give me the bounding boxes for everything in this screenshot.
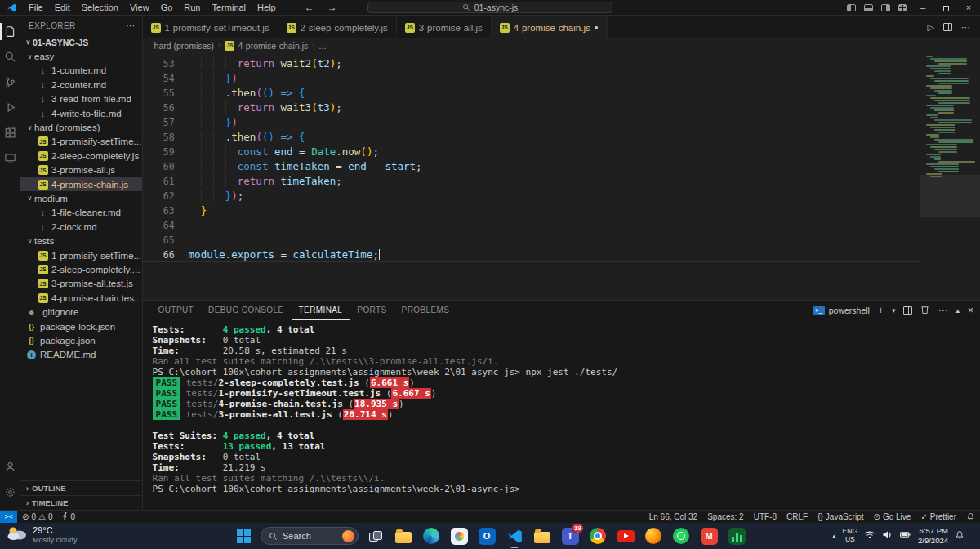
explorer-more-actions-icon[interactable]: ⋯ — [126, 20, 135, 31]
line-number[interactable]: 60 — [143, 159, 189, 174]
panel-tab-problems[interactable]: PROBLEMS — [394, 301, 457, 320]
ports-indicator[interactable]: 0 — [57, 512, 80, 522]
menu-go[interactable]: Go — [155, 0, 179, 15]
line-number[interactable]: 57 — [143, 115, 189, 130]
menu-file[interactable]: File — [23, 0, 49, 15]
code-line-55[interactable]: 55 .then(() => { — [143, 86, 980, 100]
kill-terminal-icon[interactable] — [920, 305, 929, 317]
edge-icon[interactable] — [421, 525, 442, 547]
line-number[interactable]: 64 — [143, 218, 189, 233]
panel-tab-terminal[interactable]: TERMINAL — [292, 301, 350, 320]
youtube-icon[interactable] — [615, 525, 636, 547]
file-1-promisify-settime[interactable]: JS1-promisify-setTime... — [20, 135, 142, 149]
terminal-output[interactable]: Tests: 4 passed, 4 totalSnapshots: 0 tot… — [143, 320, 980, 510]
customize-layout-icon[interactable] — [898, 4, 907, 11]
code-line-58[interactable]: 58 .then(() => { — [143, 130, 980, 145]
file-readme-md[interactable]: iREADME.md — [20, 348, 142, 362]
tab-2-sleep-completely-js[interactable]: JS2-sleep-completely.js — [278, 16, 397, 38]
file-3-read-from-file-md[interactable]: ↓3-read-from-file.md — [20, 92, 142, 106]
file-2-sleep-completely[interactable]: JS2-sleep-completely.... — [20, 262, 142, 276]
file-2-clock-md[interactable]: ↓2-clock.md — [20, 220, 142, 234]
panel-tab-ports[interactable]: PORTS — [350, 301, 394, 320]
run-file-icon[interactable]: ▷ — [928, 22, 934, 33]
section-outline[interactable]: ›OUTLINE — [20, 480, 142, 495]
shell-name[interactable]: powershell — [829, 306, 870, 315]
code-line-56[interactable]: 56 return wait3(t3); — [143, 100, 980, 115]
account-icon[interactable] — [0, 454, 20, 480]
line-number[interactable]: 65 — [143, 233, 189, 248]
tab-4-promise-chain-js[interactable]: JS4-promise-chain.js● — [492, 16, 608, 38]
line-number[interactable]: 61 — [143, 174, 189, 189]
split-terminal-icon[interactable] — [903, 306, 912, 315]
file-2-sleep-completely-js[interactable]: JS2-sleep-completely.js — [20, 149, 142, 163]
code-line-61[interactable]: 61 return timeTaken; — [143, 174, 980, 189]
clock[interactable]: 6:57 PM2/9/2024 — [918, 526, 948, 546]
line-number[interactable]: 59 — [143, 145, 189, 159]
run-debug-icon[interactable] — [0, 95, 20, 120]
teams-icon[interactable]: T19 — [559, 525, 581, 547]
vscode-icon[interactable] — [504, 525, 525, 547]
new-terminal-icon[interactable]: + — [878, 305, 884, 316]
toggle-secondary-sidebar-icon[interactable] — [881, 4, 890, 11]
hidden-icons-chevron-icon[interactable]: ▴ — [832, 532, 836, 540]
folder-hard-promises[interactable]: ∨hard (promises) — [20, 120, 142, 134]
tree-root-01-async-js[interactable]: ∨01-ASYNC-JS — [20, 35, 142, 49]
weather-widget[interactable]: 29°C Mostly cloudy — [7, 525, 78, 544]
folder-medium[interactable]: ∨medium — [20, 191, 142, 205]
status-language-mode[interactable]: {}JavaScript — [813, 512, 868, 521]
file-package-lock-json[interactable]: {}package-lock.json — [20, 319, 142, 333]
menu-selection[interactable]: Selection — [76, 0, 124, 15]
folder-icon[interactable] — [532, 525, 553, 547]
taskbar-search[interactable]: Search — [261, 527, 359, 545]
firefox-icon[interactable] — [643, 525, 664, 547]
file-2-counter-md[interactable]: ↓2-counter.md — [20, 78, 142, 92]
files-icon[interactable] — [0, 19, 20, 44]
menu-terminal[interactable]: Terminal — [207, 0, 252, 15]
status-go-live[interactable]: ⊙Go Live — [869, 512, 916, 521]
split-editor-icon[interactable] — [943, 23, 952, 31]
file-package-json[interactable]: {}package.json — [20, 333, 142, 347]
line-number[interactable]: 66 — [143, 248, 189, 262]
problems-indicator[interactable]: ⊘0 ⚠0 — [17, 512, 57, 521]
folder-tests[interactable]: ∨tests — [20, 234, 142, 248]
gmail-icon[interactable]: M — [698, 525, 719, 547]
breadcrumb-item-4-promise-chain-js[interactable]: JS4-promise-chain.js — [225, 41, 308, 51]
search-icon[interactable] — [0, 44, 20, 69]
code-line-62[interactable]: 62 }); — [143, 189, 980, 203]
status-notifications[interactable] — [961, 512, 980, 521]
nav-back-icon[interactable]: ← — [305, 2, 314, 13]
notifications-bell-icon[interactable] — [955, 530, 964, 542]
file-explorer-icon[interactable] — [393, 525, 414, 547]
line-number[interactable]: 56 — [143, 100, 189, 115]
status-prettier[interactable]: ✓Prettier — [915, 512, 961, 521]
file-3-promise-all-js[interactable]: JS3-promise-all.js — [20, 163, 142, 177]
panel-more-actions-icon[interactable]: ⋯ — [938, 305, 947, 316]
command-center-search[interactable]: 01-async-js — [368, 2, 612, 13]
menu-help[interactable]: Help — [252, 0, 282, 15]
status-indentation[interactable]: Spaces: 2 — [702, 512, 748, 521]
file-gitignore[interactable]: ◆.gitignore — [20, 305, 142, 319]
line-number[interactable]: 62 — [143, 189, 189, 203]
language-switcher[interactable]: ENGUS — [843, 528, 858, 544]
file-4-promise-chain-js[interactable]: JS4-promise-chain.js — [20, 177, 142, 191]
volume-icon[interactable] — [882, 530, 893, 542]
panel-tab-output[interactable]: OUTPUT — [151, 301, 202, 320]
line-number[interactable]: 58 — [143, 130, 189, 145]
code-line-64[interactable]: 64 — [143, 218, 980, 233]
maximize-panel-icon[interactable]: ▴ — [956, 306, 960, 315]
extensions-icon[interactable] — [0, 120, 20, 145]
code-line-66[interactable]: 66module.exports = calculateTime; — [143, 248, 980, 262]
excel-icon[interactable] — [726, 525, 747, 547]
toggle-sidebar-icon[interactable] — [847, 4, 856, 11]
wifi-icon[interactable] — [864, 530, 875, 542]
code-line-57[interactable]: 57 }) — [143, 115, 980, 130]
code-line-54[interactable]: 54 }) — [143, 71, 980, 86]
file-1-counter-md[interactable]: ↓1-counter.md — [20, 64, 142, 78]
menu-run[interactable]: Run — [178, 0, 206, 15]
file-1-file-cleaner-md[interactable]: ↓1-file-cleaner.md — [20, 206, 142, 220]
line-number[interactable]: 63 — [143, 203, 189, 218]
remote-icon[interactable] — [0, 145, 20, 171]
line-number[interactable]: 55 — [143, 86, 189, 100]
minimize-button[interactable]: – — [911, 0, 934, 15]
start-button[interactable] — [233, 525, 254, 547]
